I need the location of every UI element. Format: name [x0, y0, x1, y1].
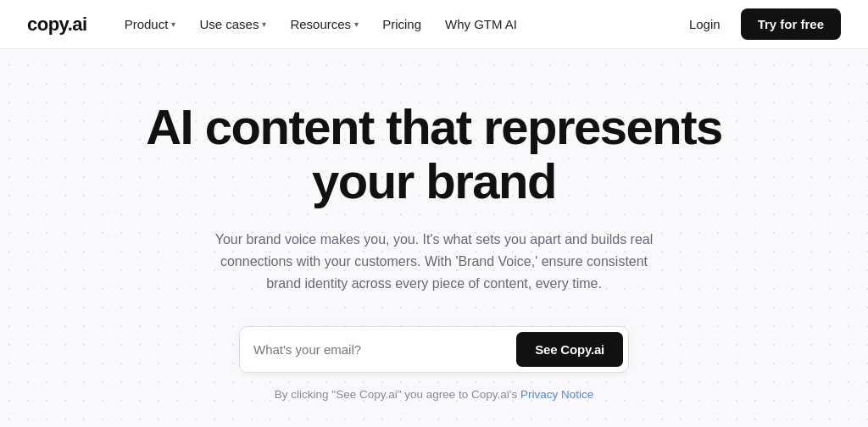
hero-title-line1: AI content that represents	[146, 99, 722, 154]
privacy-link[interactable]: Privacy Notice	[520, 388, 593, 401]
nav-why-gtm-label: Why GTM AI	[445, 17, 517, 31]
logo[interactable]: copy.ai	[27, 14, 87, 36]
hero-subtitle: Your brand voice makes you, you. It's wh…	[214, 229, 654, 296]
nav-resources-label: Resources	[290, 17, 351, 31]
privacy-notice: By clicking "See Copy.ai" you agree to C…	[275, 388, 593, 401]
nav-product-label: Product	[125, 17, 169, 31]
email-form: See Copy.ai	[239, 326, 629, 373]
nav-right: Login Try for free	[679, 8, 841, 40]
chevron-down-icon: ▾	[171, 19, 175, 29]
nav-item-pricing[interactable]: Pricing	[372, 12, 431, 36]
privacy-text: By clicking "See Copy.ai" you agree to C…	[275, 388, 520, 401]
chevron-down-icon: ▾	[354, 19, 359, 29]
navbar: copy.ai Product ▾ Use cases ▾ Resources …	[0, 0, 868, 49]
nav-links: Product ▾ Use cases ▾ Resources ▾ Pricin…	[114, 12, 672, 36]
email-input[interactable]	[253, 336, 509, 363]
nav-item-product[interactable]: Product ▾	[114, 12, 186, 36]
see-copyai-button[interactable]: See Copy.ai	[516, 332, 623, 367]
hero-title: AI content that represents your brand	[146, 100, 722, 208]
nav-pricing-label: Pricing	[382, 17, 421, 31]
nav-use-cases-label: Use cases	[199, 17, 259, 31]
nav-item-resources[interactable]: Resources ▾	[280, 12, 369, 36]
nav-item-use-cases[interactable]: Use cases ▾	[189, 12, 276, 36]
hero-title-line2: your brand	[312, 153, 556, 208]
login-button[interactable]: Login	[679, 12, 731, 36]
hero-section: AI content that represents your brand Yo…	[0, 49, 868, 427]
chevron-down-icon: ▾	[262, 19, 266, 29]
nav-item-why-gtm[interactable]: Why GTM AI	[435, 12, 527, 36]
try-free-button[interactable]: Try for free	[741, 8, 841, 40]
